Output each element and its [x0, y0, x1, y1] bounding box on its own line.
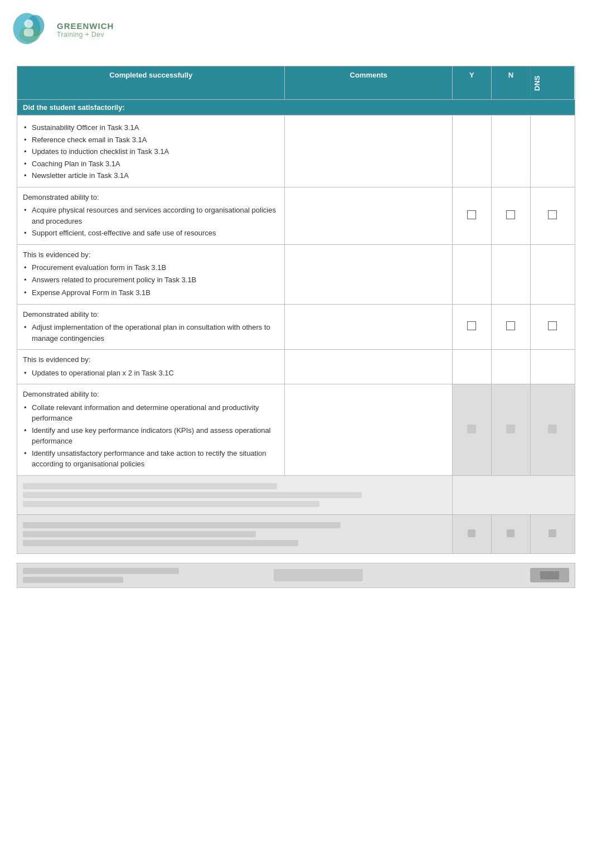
row4-section-label: Demonstrated ability to:	[23, 309, 279, 320]
bottom-footer: ████	[17, 563, 575, 588]
row3-n	[491, 244, 530, 304]
table-row-1: Sustainability Officer in Task 3.1A Refe…	[17, 115, 575, 187]
row3-section-label: This is evidenced by:	[23, 249, 279, 261]
logo-text-main: GREENWICH	[57, 21, 114, 31]
row1-dns	[530, 115, 575, 187]
table-row-4: Demonstrated ability to: Adjust implemen…	[17, 304, 575, 350]
row4-n-cell[interactable]	[491, 304, 530, 350]
row2-dns-cell[interactable]	[530, 187, 575, 244]
blurred-row2-content	[17, 514, 453, 553]
row3-bullets: Procurement evaluation form in Task 3.1B…	[23, 262, 279, 285]
row4-content: Demonstrated ability to: Adjust implemen…	[17, 304, 285, 350]
footer-left-text	[23, 568, 179, 583]
row5-dns	[530, 350, 575, 384]
blurred-checkbox-y-row6	[467, 425, 476, 433]
list-item: Updates to operational plan x 2 in Task …	[23, 368, 279, 379]
list-item: Updates to induction checklist in Task 3…	[23, 146, 279, 157]
checkbox-y-row4[interactable]	[467, 321, 476, 330]
row3-comments	[285, 244, 452, 304]
col-header-n: N	[491, 66, 530, 100]
blurred-row2-dns	[530, 514, 575, 553]
list-item: Acquire physical resources and services …	[23, 205, 279, 226]
row4-dns-cell[interactable]	[530, 304, 575, 350]
table-row-6: Demonstrated ability to: Collate relevan…	[17, 384, 575, 476]
logo-area: GREENWICH Training + Dev	[11, 10, 114, 49]
row6-bullets: Collate relevant information and determi…	[23, 402, 279, 470]
list-item: Procurement evaluation form in Task 3.1B	[23, 262, 279, 273]
table-row-5: This is evidenced by: Updates to operati…	[17, 350, 575, 384]
row2-y-cell[interactable]	[452, 187, 491, 244]
blurred-checkbox-n-row6	[506, 425, 515, 433]
table-row-2: Demonstrated ability to: Acquire physica…	[17, 187, 575, 244]
row3-extra-bullet: Expense Approval Form in Task 3.1B	[23, 287, 279, 298]
logo-text-area: GREENWICH Training + Dev	[57, 21, 114, 38]
list-item: Adjust implementation of the operational…	[23, 322, 279, 344]
svg-point-3	[25, 20, 33, 28]
table-row-3: This is evidenced by: Procurement evalua…	[17, 244, 575, 304]
blurred-row2-n	[491, 514, 530, 553]
row1-n	[491, 115, 530, 187]
table-row-blurred-2	[17, 514, 575, 553]
row5-section-label: This is evidenced by:	[23, 354, 279, 365]
row5-content: This is evidenced by: Updates to operati…	[17, 350, 285, 384]
footer-center	[179, 569, 458, 581]
list-item: Answers related to procurement policy in…	[23, 274, 279, 286]
logo-icon	[11, 10, 50, 49]
list-item: Sustainability Officer in Task 3.1A	[23, 122, 279, 133]
row4-comments	[285, 304, 452, 350]
checkbox-n-row4[interactable]	[506, 321, 515, 330]
row2-content: Demonstrated ability to: Acquire physica…	[17, 187, 285, 244]
blurred-row1-checkboxes	[452, 475, 575, 514]
col-header-y: Y	[452, 66, 491, 100]
col-header-comments: Comments	[285, 66, 452, 100]
row2-comments	[285, 187, 452, 244]
checkbox-dns-row2[interactable]	[548, 210, 557, 219]
row6-comments	[285, 384, 452, 476]
blurred-row2-y	[452, 514, 491, 553]
row2-n-cell[interactable]	[491, 187, 530, 244]
row3-content: This is evidenced by: Procurement evalua…	[17, 244, 285, 304]
list-item: Coaching Plan in Task 3.1A	[23, 158, 279, 170]
checkbox-dns-row4[interactable]	[548, 321, 557, 330]
row3-dns	[530, 244, 575, 304]
row1-content: Sustainability Officer in Task 3.1A Refe…	[17, 115, 285, 187]
col-header-completed: Completed successfully	[17, 66, 285, 100]
row5-y	[452, 350, 491, 384]
row3-y	[452, 244, 491, 304]
row4-y-cell[interactable]	[452, 304, 491, 350]
list-item: Identify unsatisfactory performance and …	[23, 448, 279, 470]
evaluation-table: Completed successfully Comments Y N DNS …	[17, 66, 575, 554]
footer-right[interactable]: ████	[458, 568, 569, 582]
row6-section-label: Demonstrated ability to:	[23, 389, 279, 400]
page-wrapper: GREENWICH Training + Dev Completed succe…	[0, 0, 592, 868]
main-content: Completed successfully Comments Y N DNS …	[0, 55, 592, 599]
row6-n-cell	[491, 384, 530, 476]
list-item: Support efficient, cost-effective and sa…	[23, 228, 279, 239]
list-item: Expense Approval Form in Task 3.1B	[23, 287, 279, 298]
list-item: Identify and use key performance indicat…	[23, 425, 279, 447]
row5-comments	[285, 350, 452, 384]
row1-bullets: Sustainability Officer in Task 3.1A Refe…	[23, 122, 279, 181]
row5-n	[491, 350, 530, 384]
subheader-cell: Did the student satisfactorily:	[17, 100, 575, 115]
row4-bullets: Adjust implementation of the operational…	[23, 322, 279, 344]
svg-rect-4	[24, 28, 34, 36]
row6-y-cell	[452, 384, 491, 476]
table-row-blurred-1	[17, 475, 575, 514]
header: GREENWICH Training + Dev	[0, 0, 592, 55]
list-item: Newsletter article in Task 3.1A	[23, 170, 279, 181]
list-item: Reference check email in Task 3.1A	[23, 134, 279, 146]
checkbox-y-row2[interactable]	[467, 210, 476, 219]
subheader-row: Did the student satisfactorily:	[17, 100, 575, 115]
row6-content: Demonstrated ability to: Collate relevan…	[17, 384, 285, 476]
blurred-row1-content	[17, 475, 453, 514]
row5-bullets: Updates to operational plan x 2 in Task …	[23, 368, 279, 379]
row1-comments	[285, 115, 452, 187]
list-item: Collate relevant information and determi…	[23, 402, 279, 424]
checkbox-n-row2[interactable]	[506, 210, 515, 219]
table-header-row: Completed successfully Comments Y N DNS	[17, 66, 575, 100]
row2-bullets: Acquire physical resources and services …	[23, 205, 279, 239]
row1-y	[452, 115, 491, 187]
footer-next-button[interactable]: ████	[530, 568, 569, 582]
col-header-dns: DNS	[530, 66, 575, 100]
